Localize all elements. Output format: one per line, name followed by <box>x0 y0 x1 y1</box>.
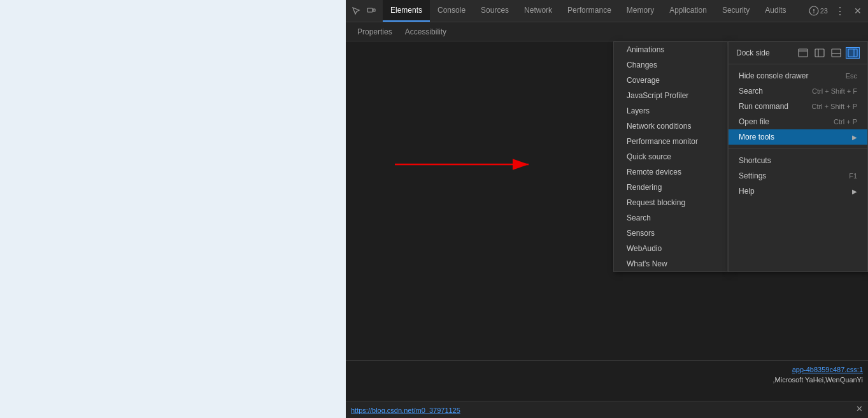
status-area: app-4b8359c487.css:1 ,Microsoft YaHei,We… <box>346 360 868 386</box>
tab-security[interactable]: Security <box>715 0 757 22</box>
tab-actions: 23 ⋮ ✕ <box>807 3 865 18</box>
submenu-item-whats-new[interactable]: What's New <box>614 256 727 271</box>
tab-application[interactable]: Application <box>662 0 715 22</box>
more-options-button[interactable]: ⋮ <box>832 3 848 18</box>
tab-memory[interactable]: Memory <box>619 0 662 22</box>
menu-item-hide-console[interactable]: Hide console drawer Esc <box>729 68 867 83</box>
close-status-button[interactable]: ✕ <box>856 404 863 414</box>
menu-item-shortcuts[interactable]: Shortcuts <box>729 153 867 168</box>
main-content: app-4b8359c487.css:1 ,Microsoft YaHei,We… <box>346 41 868 418</box>
dock-right-icon[interactable] <box>846 47 860 59</box>
submenu-item-layers[interactable]: Layers <box>614 103 727 119</box>
notification-badge: 23 <box>807 6 830 16</box>
file-link[interactable]: app-4b8359c487.css:1 <box>792 366 863 373</box>
submenu-item-js-profiler[interactable]: JavaScript Profiler <box>614 88 727 103</box>
menu-section-2: Shortcuts Settings F1 Help ▶ <box>729 149 867 203</box>
svg-rect-7 <box>815 49 824 57</box>
submenu-item-webaudio[interactable]: WebAudio <box>614 241 727 256</box>
svg-rect-0 <box>367 8 373 12</box>
secondary-tab-bar: Properties Accessibility <box>346 22 868 41</box>
bottom-url-area: https://blog.csdn.net/m0_37971125 ✕ <box>346 401 868 418</box>
more-tools-arrow: ▶ <box>852 134 857 141</box>
submenu-item-coverage[interactable]: Coverage <box>614 73 727 88</box>
dock-label: Dock side <box>736 48 770 57</box>
svg-rect-5 <box>799 49 808 57</box>
left-background <box>0 0 346 418</box>
menu-item-run-command[interactable]: Run command Ctrl + Shift + P <box>729 99 867 114</box>
dock-section: Dock side <box>729 42 867 64</box>
select-element-icon[interactable] <box>348 2 364 20</box>
submenu-item-quick-source[interactable]: Quick source <box>614 149 727 164</box>
tab-accessibility[interactable]: Accessibility <box>399 22 453 41</box>
close-devtools-button[interactable]: ✕ <box>850 3 865 18</box>
menu-item-help[interactable]: Help ▶ <box>729 184 867 199</box>
more-tools-submenu: Animations Changes Coverage JavaScript P… <box>613 41 728 272</box>
bottom-url[interactable]: https://blog.csdn.net/m0_37971125 <box>351 407 460 414</box>
dock-icons <box>796 47 860 59</box>
submenu-item-rendering[interactable]: Rendering <box>614 180 727 195</box>
device-toolbar-icon[interactable] <box>364 2 379 20</box>
tab-audits[interactable]: Audits <box>757 0 793 22</box>
menu-overlay: Animations Changes Coverage JavaScript P… <box>613 41 868 272</box>
menu-item-more-tools[interactable]: More tools ▶ <box>729 129 867 145</box>
submenu-item-request-blocking[interactable]: Request blocking <box>614 195 727 210</box>
svg-rect-9 <box>832 49 841 57</box>
notification-count: 23 <box>820 7 828 15</box>
menu-item-settings[interactable]: Settings F1 <box>729 168 867 184</box>
tab-bar: Elements Console Sources Network Perform… <box>346 0 868 22</box>
submenu-item-animations[interactable]: Animations <box>614 42 727 57</box>
dock-bottom-icon[interactable] <box>829 47 843 59</box>
menu-item-open-file[interactable]: Open file Ctrl + P <box>729 114 867 129</box>
menu-section-1: Hide console drawer Esc Search Ctrl + Sh… <box>729 64 867 149</box>
submenu-item-perf-monitor[interactable]: Performance monitor <box>614 134 727 149</box>
submenu-item-sensors[interactable]: Sensors <box>614 226 727 241</box>
submenu-item-search[interactable]: Search <box>614 210 727 226</box>
help-arrow: ▶ <box>852 188 857 195</box>
svg-rect-11 <box>848 49 857 57</box>
tab-icons <box>348 2 379 20</box>
context-menu: Dock side <box>728 41 868 272</box>
tab-sources[interactable]: Sources <box>473 0 516 22</box>
submenu-item-changes[interactable]: Changes <box>614 57 727 73</box>
submenu-item-network-conditions[interactable]: Network conditions <box>614 119 727 134</box>
devtools-panel: Elements Console Sources Network Perform… <box>346 0 868 418</box>
undock-icon[interactable] <box>796 47 810 59</box>
tab-properties[interactable]: Properties <box>351 22 399 41</box>
tab-performance[interactable]: Performance <box>560 0 619 22</box>
menu-item-search[interactable]: Search Ctrl + Shift + F <box>729 83 867 99</box>
tab-elements[interactable]: Elements <box>383 0 430 22</box>
tab-console[interactable]: Console <box>430 0 473 22</box>
tab-network[interactable]: Network <box>516 0 560 22</box>
font-text: ,Microsoft YaHei,WenQuanYi <box>773 376 863 384</box>
dock-left-icon[interactable] <box>813 47 827 59</box>
submenu-item-remote-devices[interactable]: Remote devices <box>614 164 727 180</box>
svg-point-4 <box>813 12 815 13</box>
svg-rect-1 <box>373 9 375 11</box>
